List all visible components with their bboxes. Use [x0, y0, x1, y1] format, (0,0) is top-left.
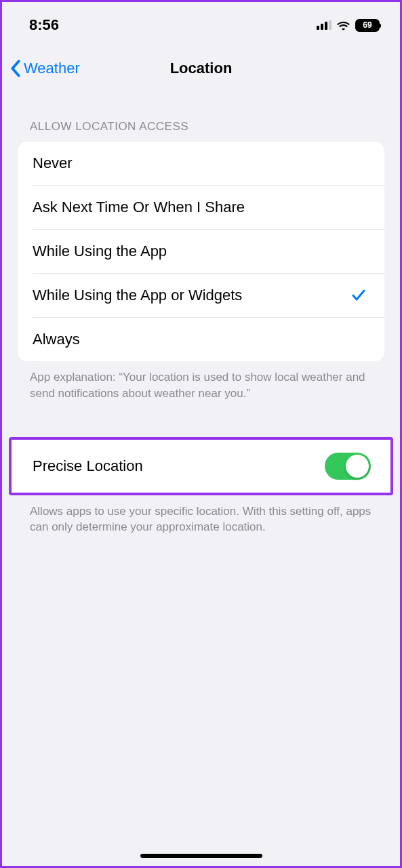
access-footer: App explanation: “Your location is used … — [18, 361, 384, 402]
option-never[interactable]: Never — [18, 142, 384, 185]
option-label: While Using the App — [33, 243, 167, 260]
precise-location-label: Precise Location — [33, 457, 143, 475]
highlighted-precise-location: Precise Location — [9, 437, 393, 495]
option-ask-next-time[interactable]: Ask Next Time Or When I Share — [33, 185, 384, 229]
precise-location-toggle[interactable] — [325, 453, 371, 480]
option-label: Ask Next Time Or When I Share — [33, 199, 245, 216]
precise-footer: Allows apps to use your specific locatio… — [18, 495, 384, 536]
chevron-left-icon — [10, 60, 21, 77]
page-title: Location — [170, 60, 233, 77]
battery-level: 69 — [363, 20, 371, 30]
home-indicator[interactable] — [140, 854, 262, 858]
navigation-bar: Weather Location — [2, 43, 400, 86]
option-while-using-app-or-widgets[interactable]: While Using the App or Widgets — [33, 273, 384, 317]
option-label: Never — [33, 154, 73, 172]
cellular-signal-icon — [317, 20, 331, 30]
option-label: While Using the App or Widgets — [33, 287, 242, 304]
status-icons: 69 — [317, 19, 380, 32]
back-label: Weather — [24, 60, 80, 77]
option-always[interactable]: Always — [33, 317, 384, 361]
battery-icon: 69 — [355, 19, 380, 32]
location-access-list: Never Ask Next Time Or When I Share Whil… — [18, 142, 384, 361]
back-button[interactable]: Weather — [10, 60, 80, 77]
status-bar: 8:56 69 — [2, 2, 400, 43]
section-header-access: ALLOW LOCATION ACCESS — [18, 86, 384, 142]
wifi-icon — [336, 20, 350, 30]
option-label: Always — [33, 331, 80, 348]
option-while-using-app[interactable]: While Using the App — [33, 229, 384, 273]
status-time: 8:56 — [29, 16, 59, 34]
checkmark-icon — [350, 287, 367, 304]
precise-location-row: Precise Location — [18, 440, 384, 493]
